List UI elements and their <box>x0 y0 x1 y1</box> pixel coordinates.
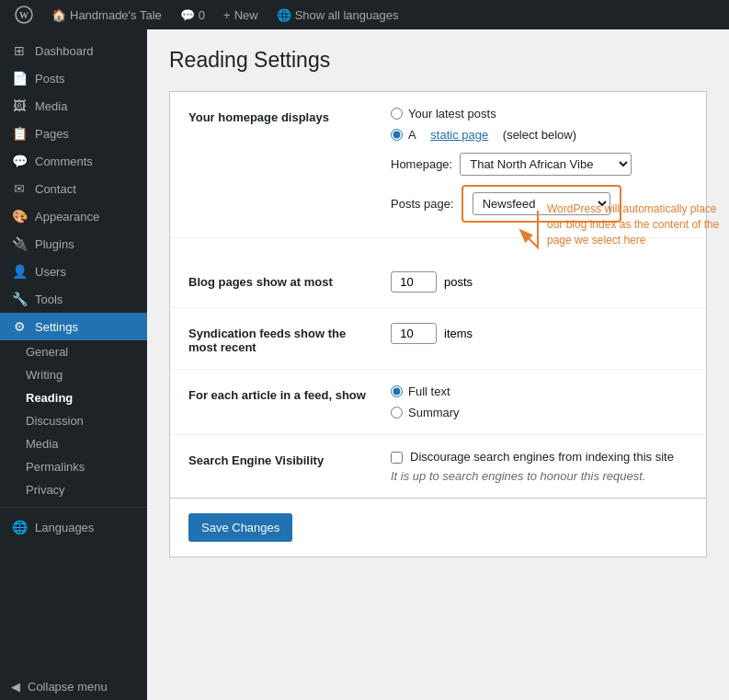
search-visibility-checkbox-label: Discourage search engines from indexing … <box>410 450 674 464</box>
syndication-label: Syndication feeds show the most recent <box>188 323 372 354</box>
save-changes-button[interactable]: Save Changes <box>188 513 292 542</box>
sidebar-item-pages[interactable]: 📋 Pages <box>0 120 147 147</box>
sidebar-item-languages[interactable]: 🌐 Languages <box>0 513 147 541</box>
languages-icon: 🌐 <box>277 8 291 22</box>
submenu-reading[interactable]: Reading <box>0 386 147 409</box>
wp-logo-button[interactable]: W <box>7 0 40 29</box>
new-label: New <box>234 8 258 22</box>
sidebar-label-users: Users <box>35 265 66 279</box>
sidebar-item-plugins[interactable]: 🔌 Plugins <box>0 230 147 258</box>
sidebar-item-media[interactable]: 🖼 Media <box>0 92 147 120</box>
latest-posts-label: Your latest posts <box>408 107 496 120</box>
collapse-menu-button[interactable]: ◀ Collapse menu <box>0 673 147 700</box>
media-icon: 🖼 <box>11 98 28 113</box>
tools-icon: 🔧 <box>11 292 28 306</box>
form-footer: Save Changes <box>169 499 707 557</box>
home-icon: 🏠 <box>51 8 66 22</box>
submenu-permalinks[interactable]: Permalinks <box>0 455 147 478</box>
collapse-icon: ◀ <box>11 680 20 694</box>
feed-article-label: For each article in a feed, show <box>188 384 372 402</box>
submenu-discussion[interactable]: Discussion <box>0 409 147 432</box>
latest-posts-radio[interactable] <box>391 108 403 120</box>
homepage-radio-group: Your latest posts A static page (select … <box>391 107 688 142</box>
submenu-writing[interactable]: Writing <box>0 363 147 386</box>
sidebar-item-tools[interactable]: 🔧 Tools <box>0 285 147 313</box>
posts-page-select-row: Posts page: Newsfeed Blog Home <box>391 185 688 223</box>
blog-pages-input-row: posts <box>391 271 688 293</box>
sidebar: ⊞ Dashboard 📄 Posts 🖼 Media 📋 Pages 💬 Co… <box>0 29 147 700</box>
submenu-privacy[interactable]: Privacy <box>0 478 147 501</box>
sidebar-item-posts[interactable]: 📄 Posts <box>0 64 147 92</box>
new-button[interactable]: + New <box>216 0 266 29</box>
collapse-label: Collapse menu <box>28 680 108 694</box>
show-languages-label: Show all languages <box>295 8 399 22</box>
summary-option[interactable]: Summary <box>391 406 688 419</box>
submenu-media[interactable]: Media <box>0 432 147 455</box>
sidebar-label-tools: Tools <box>35 293 63 306</box>
syndication-input[interactable] <box>391 323 437 344</box>
submenu-general[interactable]: General <box>0 340 147 363</box>
appearance-icon: 🎨 <box>11 209 28 224</box>
search-visibility-control: Discourage search engines from indexing … <box>391 450 688 483</box>
sidebar-label-posts: Posts <box>35 72 65 86</box>
sidebar-label-plugins: Plugins <box>35 237 74 251</box>
settings-icon: ⚙ <box>11 319 28 334</box>
plugins-icon: 🔌 <box>11 236 28 251</box>
static-page-link[interactable]: static page <box>430 128 488 142</box>
homepage-select[interactable]: That North African Vibe Sample Page Abou… <box>460 153 632 176</box>
sidebar-label-languages: Languages <box>35 521 94 534</box>
static-page-radio[interactable] <box>391 129 403 141</box>
site-name-button[interactable]: 🏠 Handmade's Tale <box>44 0 169 29</box>
blog-pages-row: Blog pages show at most posts <box>170 257 706 308</box>
latest-posts-option[interactable]: Your latest posts <box>391 107 688 120</box>
languages-button[interactable]: 🌐 Show all languages <box>269 0 406 29</box>
settings-form-area: Your homepage displays Your latest posts… <box>169 91 707 557</box>
annotation-container: WordPress will automatically place our b… <box>519 211 593 269</box>
full-text-radio[interactable] <box>391 385 403 397</box>
search-visibility-hint: It is up to search engines to honour thi… <box>391 469 688 483</box>
homepage-select-row: Homepage: That North African Vibe Sample… <box>391 153 688 176</box>
sidebar-label-dashboard: Dashboard <box>35 44 94 58</box>
sidebar-item-contact[interactable]: ✉ Contact <box>0 175 147 202</box>
settings-form: Your homepage displays Your latest posts… <box>169 91 707 499</box>
users-icon: 👤 <box>11 264 28 279</box>
comments-icon: 💬 <box>180 8 195 22</box>
summary-radio[interactable] <box>391 407 403 419</box>
blog-pages-control: posts <box>391 271 688 293</box>
homepage-select-label: Homepage: <box>391 157 452 171</box>
search-visibility-checkbox[interactable] <box>391 452 403 464</box>
pages-icon: 📋 <box>11 126 28 141</box>
sidebar-item-users[interactable]: 👤 Users <box>0 258 147 285</box>
full-text-option[interactable]: Full text <box>391 384 688 398</box>
page-title: Reading Settings <box>169 48 707 73</box>
wp-logo-icon: W <box>15 6 33 24</box>
static-page-suffix: (select below) <box>503 128 576 142</box>
sidebar-item-comments[interactable]: 💬 Comments <box>0 147 147 175</box>
sidebar-label-media: Media <box>35 99 67 113</box>
feed-article-radio-group: Full text Summary <box>391 384 688 419</box>
homepage-displays-label: Your homepage displays <box>188 107 372 124</box>
dashboard-icon: ⊞ <box>11 43 28 58</box>
syndication-input-row: items <box>391 323 688 344</box>
syndication-control: items <box>391 323 688 344</box>
blog-pages-input[interactable] <box>391 271 437 293</box>
sidebar-item-appearance[interactable]: 🎨 Appearance <box>0 202 147 230</box>
static-page-option[interactable]: A static page (select below) <box>391 128 688 142</box>
sidebar-label-appearance: Appearance <box>35 210 99 224</box>
sidebar-label-contact: Contact <box>35 182 76 196</box>
site-name: Handmade's Tale <box>70 8 162 22</box>
svg-text:W: W <box>19 10 28 20</box>
sidebar-label-pages: Pages <box>35 127 69 141</box>
posts-icon: 📄 <box>11 71 28 86</box>
feed-article-control: Full text Summary <box>391 384 688 419</box>
annotation-text: WordPress will automatically place our b… <box>547 201 722 247</box>
sidebar-item-settings[interactable]: ⚙ Settings <box>0 313 147 340</box>
top-bar: W 🏠 Handmade's Tale 💬 0 + New 🌐 Show all… <box>0 0 729 29</box>
syndication-row: Syndication feeds show the most recent i… <box>170 308 706 370</box>
sidebar-item-dashboard[interactable]: ⊞ Dashboard <box>0 37 147 64</box>
contact-icon: ✉ <box>11 181 28 196</box>
plus-icon: + <box>223 8 231 22</box>
main-content: Reading Settings Your homepage displays … <box>147 29 729 700</box>
feed-article-row: For each article in a feed, show Full te… <box>170 370 706 435</box>
comments-button[interactable]: 💬 0 <box>173 0 212 29</box>
